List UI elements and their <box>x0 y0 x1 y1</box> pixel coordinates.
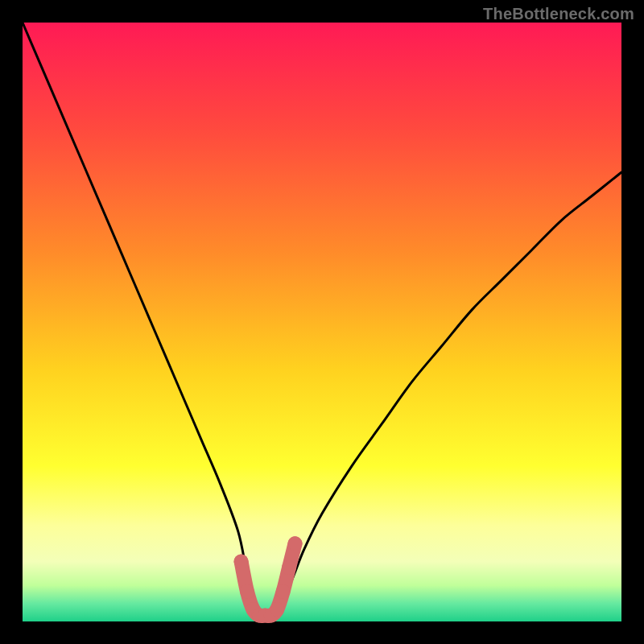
optimal-range-dot <box>240 584 254 599</box>
optimal-range-dot <box>270 602 284 617</box>
outer-frame: TheBottleneck.com <box>0 0 644 644</box>
plot-area <box>23 23 621 621</box>
optimal-range-dot <box>282 560 296 575</box>
optimal-range-dot <box>288 536 303 551</box>
optimal-range-dot <box>276 584 291 599</box>
chart-svg <box>23 23 621 621</box>
bottleneck-curve <box>23 23 621 617</box>
optimal-range-dot <box>234 555 249 569</box>
watermark-text: TheBottleneck.com <box>483 5 634 23</box>
